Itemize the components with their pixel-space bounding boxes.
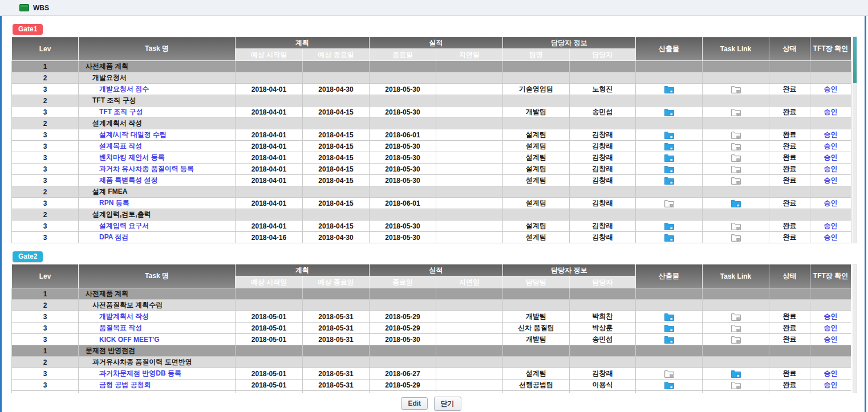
- blue-folder-icon[interactable]: [664, 381, 674, 389]
- task-name-link[interactable]: 금형 공법 공청회: [99, 381, 151, 389]
- approve-link[interactable]: 승인: [824, 324, 838, 332]
- edit-button[interactable]: Edit: [401, 397, 428, 410]
- approve-link[interactable]: 승인: [824, 130, 838, 138]
- gray-folder-icon[interactable]: [731, 131, 741, 139]
- gray-folder-icon[interactable]: [731, 222, 741, 230]
- table-row: 3DPA 점검2018-04-162018-04-302018-05-30설계팀…: [12, 232, 851, 243]
- blue-folder-icon[interactable]: [664, 324, 674, 332]
- close-button[interactable]: 닫기: [434, 397, 461, 411]
- task-name-link[interactable]: 설계목표 작성: [99, 142, 142, 150]
- blue-folder-icon[interactable]: [731, 199, 741, 207]
- plan-end-cell: [303, 61, 370, 72]
- table-vertical-scrollbar[interactable]: [853, 36, 857, 243]
- blue-folder-icon[interactable]: [664, 165, 674, 173]
- owner-cell: 김창래: [570, 198, 636, 209]
- blue-folder-icon[interactable]: [664, 234, 674, 242]
- gray-folder-icon[interactable]: [731, 381, 741, 389]
- blue-folder-icon[interactable]: [664, 131, 674, 139]
- gray-folder-icon[interactable]: [731, 154, 741, 162]
- gray-folder-icon[interactable]: [731, 108, 741, 116]
- blue-folder-icon[interactable]: [664, 222, 674, 230]
- task-name-link[interactable]: 설계입력 요구서: [99, 222, 149, 230]
- approve-link[interactable]: 승인: [824, 222, 838, 230]
- owner-cell: [570, 118, 636, 129]
- task-name-link[interactable]: DPA 점검: [99, 233, 128, 241]
- gray-folder-icon[interactable]: [731, 234, 741, 242]
- task-name-link[interactable]: 과거차문제점 반영DB 등록: [99, 369, 181, 377]
- approve-link[interactable]: 승인: [824, 85, 838, 93]
- approve-link[interactable]: 승인: [824, 312, 838, 320]
- blue-folder-icon[interactable]: [664, 177, 674, 185]
- gray-folder-icon[interactable]: [731, 177, 741, 185]
- delay-cell: [436, 368, 503, 380]
- confirm-cell: [810, 186, 851, 198]
- gray-folder-icon[interactable]: [731, 324, 741, 332]
- col-header-owner: 담당자: [570, 276, 636, 288]
- approve-link[interactable]: 승인: [824, 108, 838, 116]
- approve-link[interactable]: 승인: [824, 381, 838, 389]
- task-name-link[interactable]: 벤치마킹 제안서 등록: [99, 153, 165, 161]
- plan-start-cell: [236, 95, 303, 107]
- approve-link[interactable]: 승인: [824, 335, 838, 343]
- task-cell: 벤치마킹 제안서 등록: [79, 152, 236, 164]
- task-name-link[interactable]: 설계/시작 대일정 수립: [99, 130, 167, 138]
- team-cell: [503, 95, 570, 107]
- task-name-link[interactable]: 개발요청서 접수: [99, 85, 149, 93]
- task-name-link[interactable]: RPN 등록: [99, 199, 129, 207]
- team-cell: 신차 품질팀: [503, 323, 570, 334]
- gray-folder-icon[interactable]: [731, 85, 741, 93]
- lev-cell: 2: [12, 118, 79, 129]
- blue-folder-icon[interactable]: [731, 370, 741, 378]
- blue-folder-icon[interactable]: [664, 336, 674, 344]
- task-link-cell: [703, 141, 769, 152]
- approve-link[interactable]: 승인: [824, 165, 838, 173]
- end-date-cell: 2018-05-29: [370, 380, 436, 391]
- approve-link[interactable]: 승인: [824, 199, 838, 207]
- task-name-link[interactable]: 제품 특별특성 설정: [99, 176, 158, 184]
- owner-cell: 김창래: [570, 368, 636, 380]
- task-name-link[interactable]: 품질목표 작성: [99, 324, 142, 332]
- table-row: 2사전품질확보 계획수립: [12, 300, 851, 311]
- plan-end-cell: 2018-05-31: [303, 380, 370, 391]
- approve-link[interactable]: 승인: [824, 153, 838, 161]
- task-name-link[interactable]: TFT 조직 구성: [99, 108, 143, 116]
- plan-end-cell: 2018-04-15: [303, 107, 370, 118]
- approve-link[interactable]: 승인: [824, 369, 838, 377]
- blue-folder-icon[interactable]: [664, 154, 674, 162]
- task-name-link[interactable]: KICK OFF MEET'G: [99, 336, 160, 344]
- approve-link[interactable]: 승인: [824, 233, 838, 241]
- gray-folder-icon[interactable]: [731, 142, 741, 150]
- table-vertical-scrollbar[interactable]: [853, 264, 857, 393]
- confirm-cell: [810, 209, 851, 221]
- task-name-link[interactable]: 개발계획서 작성: [99, 312, 149, 320]
- gray-folder-icon[interactable]: [731, 165, 741, 173]
- approve-link[interactable]: 승인: [824, 142, 838, 150]
- table-row: 2과거유사차종 품질이력 도면반영: [12, 357, 851, 368]
- task-group-label: 설계입력,검토,출력: [79, 209, 236, 221]
- blue-folder-icon[interactable]: [664, 108, 674, 116]
- approve-link[interactable]: 승인: [824, 176, 838, 184]
- delay-cell: [436, 209, 503, 221]
- status-cell: [769, 186, 810, 198]
- delay-cell: [436, 221, 503, 232]
- blue-folder-icon[interactable]: [664, 85, 674, 93]
- owner-cell: 김창래: [570, 164, 636, 175]
- gray-folder-icon[interactable]: [664, 199, 674, 207]
- gate-badge: Gate2: [13, 251, 43, 262]
- gray-folder-icon[interactable]: [731, 313, 741, 321]
- task-name-link[interactable]: 과거차 유사차종 품질이력 등록: [99, 165, 194, 173]
- confirm-cell: 승인: [810, 129, 851, 141]
- scrollbar-thumb[interactable]: [853, 37, 857, 83]
- end-date-cell: [370, 72, 436, 84]
- deliverable-cell: [636, 334, 703, 345]
- plan-start-cell: 2018-05-01: [236, 311, 303, 323]
- deliverable-cell: [636, 288, 703, 300]
- end-date-cell: 2018-05-29: [370, 323, 436, 334]
- deliverable-cell: [636, 209, 703, 221]
- delay-cell: [436, 345, 503, 357]
- plan-start-cell: 2018-04-16: [236, 232, 303, 243]
- blue-folder-icon[interactable]: [664, 313, 674, 321]
- gray-folder-icon[interactable]: [664, 370, 674, 378]
- blue-folder-icon[interactable]: [664, 142, 674, 150]
- gray-folder-icon[interactable]: [731, 336, 741, 344]
